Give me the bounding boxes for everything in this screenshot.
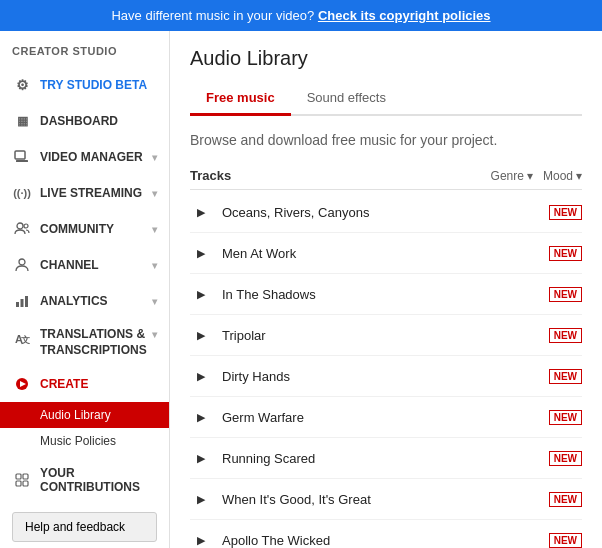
svg-rect-6 bbox=[21, 299, 24, 307]
play-button[interactable] bbox=[190, 488, 212, 510]
sidebar-sub-music-policies[interactable]: Music Policies bbox=[0, 428, 169, 454]
svg-rect-1 bbox=[16, 160, 28, 162]
create-icon bbox=[12, 374, 32, 394]
svg-point-2 bbox=[17, 223, 23, 229]
new-badge: NEW bbox=[549, 451, 582, 466]
video-manager-icon bbox=[12, 147, 32, 167]
sidebar: CREATOR STUDIO ⚙ TRY STUDIO BETA ▦ DASHB… bbox=[0, 31, 170, 548]
channel-icon bbox=[12, 255, 32, 275]
community-icon bbox=[12, 219, 32, 239]
play-button[interactable] bbox=[190, 365, 212, 387]
tabs-container: Free music Sound effects bbox=[190, 82, 582, 116]
track-name: Dirty Hands bbox=[222, 369, 549, 384]
sidebar-label-community: COMMUNITY bbox=[40, 222, 114, 236]
sidebar-item-video-manager[interactable]: VIDEO MANAGER ▾ bbox=[0, 139, 169, 175]
sidebar-brand: CREATOR STUDIO bbox=[0, 31, 169, 67]
sidebar-item-studio-beta[interactable]: ⚙ TRY STUDIO BETA bbox=[0, 67, 169, 103]
new-badge: NEW bbox=[549, 533, 582, 548]
new-badge: NEW bbox=[549, 492, 582, 507]
audio-library-label: Audio Library bbox=[40, 408, 111, 422]
sidebar-label-dashboard: DASHBOARD bbox=[40, 114, 118, 128]
table-row: When It's Good, It's GreatNEW bbox=[190, 479, 582, 520]
svg-rect-7 bbox=[25, 296, 28, 307]
play-button[interactable] bbox=[190, 283, 212, 305]
play-button[interactable] bbox=[190, 324, 212, 346]
sidebar-item-create[interactable]: CREATE bbox=[0, 366, 169, 402]
track-name: Men At Work bbox=[222, 246, 549, 261]
sidebar-label-live-streaming: LIVE STREAMING bbox=[40, 186, 142, 200]
sidebar-item-community[interactable]: COMMUNITY ▾ bbox=[0, 211, 169, 247]
sidebar-label-translations: TRANSLATIONS & TRANSCRIPTIONS bbox=[40, 327, 152, 358]
tracks-header: Tracks Genre ▾ Mood ▾ bbox=[190, 162, 582, 190]
svg-rect-14 bbox=[16, 481, 21, 486]
table-row: Dirty HandsNEW bbox=[190, 356, 582, 397]
svg-text:文: 文 bbox=[21, 335, 30, 345]
table-row: Oceans, Rivers, CanyonsNEW bbox=[190, 192, 582, 233]
new-badge: NEW bbox=[549, 246, 582, 261]
svg-point-3 bbox=[24, 224, 28, 228]
tab-free-music[interactable]: Free music bbox=[190, 82, 291, 116]
sidebar-sub-audio-library[interactable]: Audio Library bbox=[0, 402, 169, 428]
analytics-icon bbox=[12, 291, 32, 311]
play-button[interactable] bbox=[190, 201, 212, 223]
sidebar-label-create: CREATE bbox=[40, 377, 88, 391]
translations-icon: A文 bbox=[12, 329, 32, 349]
dashboard-icon: ▦ bbox=[12, 111, 32, 131]
video-manager-chevron: ▾ bbox=[152, 152, 157, 163]
page-title: Audio Library bbox=[190, 47, 582, 70]
genre-filter-button[interactable]: Genre ▾ bbox=[491, 169, 533, 183]
svg-rect-0 bbox=[15, 151, 25, 159]
sidebar-label-studio-beta: TRY STUDIO BETA bbox=[40, 78, 147, 92]
sidebar-item-live-streaming[interactable]: ((·)) LIVE STREAMING ▾ bbox=[0, 175, 169, 211]
table-row: In The ShadowsNEW bbox=[190, 274, 582, 315]
new-badge: NEW bbox=[549, 410, 582, 425]
genre-chevron-icon: ▾ bbox=[527, 169, 533, 183]
track-name: Germ Warfare bbox=[222, 410, 549, 425]
table-row: Running ScaredNEW bbox=[190, 438, 582, 479]
tab-sound-effects[interactable]: Sound effects bbox=[291, 82, 402, 116]
help-feedback-button[interactable]: Help and feedback bbox=[12, 512, 157, 542]
svg-rect-12 bbox=[16, 474, 21, 479]
play-button[interactable] bbox=[190, 406, 212, 428]
track-name: When It's Good, It's Great bbox=[222, 492, 549, 507]
banner-link[interactable]: Check its copyright policies bbox=[318, 8, 491, 23]
main-content: Audio Library Free music Sound effects B… bbox=[170, 31, 602, 548]
live-streaming-icon: ((·)) bbox=[12, 183, 32, 203]
tracks-list: Oceans, Rivers, CanyonsNEWMen At WorkNEW… bbox=[190, 192, 582, 548]
play-button[interactable] bbox=[190, 242, 212, 264]
svg-rect-15 bbox=[23, 481, 28, 486]
play-button[interactable] bbox=[190, 529, 212, 548]
content-body: Browse and download free music for your … bbox=[170, 116, 602, 548]
svg-rect-5 bbox=[16, 302, 19, 307]
sidebar-label-channel: CHANNEL bbox=[40, 258, 99, 272]
new-badge: NEW bbox=[549, 287, 582, 302]
mood-filter-label: Mood bbox=[543, 169, 573, 183]
your-contributions-icon bbox=[12, 470, 32, 490]
sidebar-item-translations[interactable]: A文 TRANSLATIONS & TRANSCRIPTIONS ▾ bbox=[0, 319, 169, 366]
sidebar-label-analytics: ANALYTICS bbox=[40, 294, 108, 308]
music-policies-label: Music Policies bbox=[40, 434, 116, 448]
banner-text: Have different music in your video? bbox=[111, 8, 314, 23]
new-badge: NEW bbox=[549, 205, 582, 220]
channel-chevron: ▾ bbox=[152, 260, 157, 271]
studio-beta-icon: ⚙ bbox=[12, 75, 32, 95]
svg-point-4 bbox=[19, 259, 25, 265]
sidebar-item-analytics[interactable]: ANALYTICS ▾ bbox=[0, 283, 169, 319]
community-chevron: ▾ bbox=[152, 224, 157, 235]
tracks-label: Tracks bbox=[190, 168, 481, 183]
sidebar-item-channel[interactable]: CHANNEL ▾ bbox=[0, 247, 169, 283]
table-row: Apollo The WickedNEW bbox=[190, 520, 582, 548]
browse-text: Browse and download free music for your … bbox=[190, 132, 582, 148]
track-name: In The Shadows bbox=[222, 287, 549, 302]
track-name: Oceans, Rivers, Canyons bbox=[222, 205, 549, 220]
sidebar-item-dashboard[interactable]: ▦ DASHBOARD bbox=[0, 103, 169, 139]
sidebar-footer: Help and feedback bbox=[0, 502, 169, 548]
sidebar-item-your-contributions[interactable]: YOUR CONTRIBUTIONS bbox=[0, 458, 169, 502]
track-name: Tripolar bbox=[222, 328, 549, 343]
svg-rect-13 bbox=[23, 474, 28, 479]
track-name: Running Scared bbox=[222, 451, 549, 466]
mood-filter-button[interactable]: Mood ▾ bbox=[543, 169, 582, 183]
play-button[interactable] bbox=[190, 447, 212, 469]
analytics-chevron: ▾ bbox=[152, 296, 157, 307]
top-banner: Have different music in your video? Chec… bbox=[0, 0, 602, 31]
